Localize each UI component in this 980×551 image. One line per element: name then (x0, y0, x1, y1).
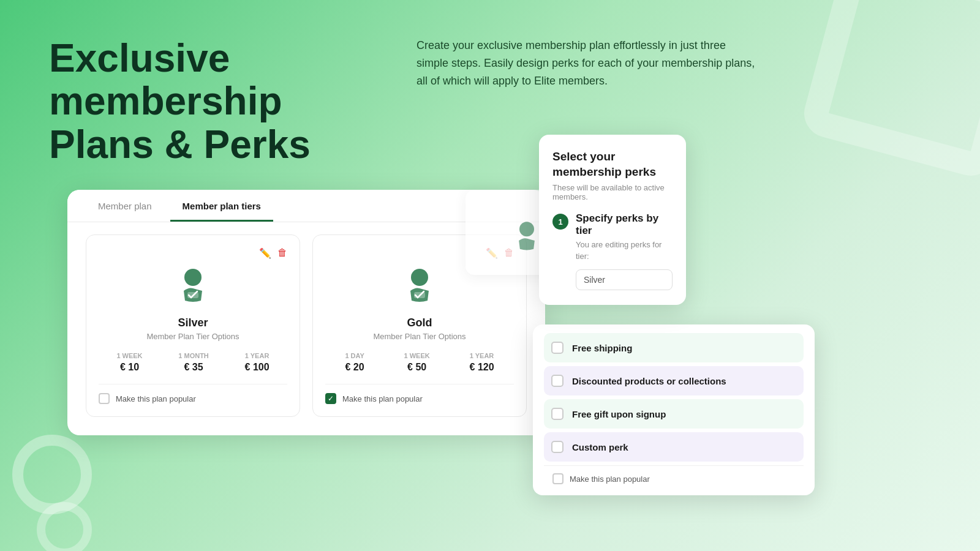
specify-title: Specify perks by tier (576, 212, 673, 237)
perks-select-title: Select your membership perks (552, 149, 673, 179)
perk-item-custom[interactable]: Custom perk (544, 432, 804, 462)
gold-pricing: 1 DAY € 20 1 WEEK € 50 1 YEAR € 120 (325, 352, 514, 373)
svg-point-0 (184, 269, 202, 286)
perks-popular-row: Make this plan popular (544, 465, 804, 487)
perk-item-discounted[interactable]: Discounted products or collections (544, 366, 804, 395)
gold-tier-name: Gold (325, 317, 514, 329)
perks-select-card: Select your membership perks These will … (539, 135, 686, 305)
silver-popular-row: Make this plan popular (99, 384, 287, 404)
perks-popular-label: Make this plan popular (570, 474, 650, 484)
tier-card-silver: ✏️ 🗑 Silver Member Plan Tier Options 1 W… (86, 234, 300, 417)
perk-label-free-shipping: Free shipping (572, 343, 632, 353)
perk-item-free-shipping[interactable]: Free shipping (544, 333, 804, 362)
perks-select-subtitle: These will be available to active member… (552, 183, 673, 201)
svg-point-4 (519, 222, 534, 236)
silver-tier-name: Silver (99, 317, 287, 329)
perk-checkbox-free-shipping[interactable] (551, 342, 564, 354)
edit-icon-silver[interactable]: ✏️ (259, 247, 271, 259)
perks-list-card: Free shipping Discounted products or col… (533, 324, 815, 495)
silver-popular-checkbox[interactable] (99, 393, 110, 404)
specify-content: Specify perks by tier You are editing pe… (576, 212, 673, 290)
tier-card-actions-silver: ✏️ 🗑 (99, 247, 287, 259)
step-badge: 1 (552, 214, 568, 230)
gold-popular-label: Make this plan popular (342, 394, 423, 403)
bg-shape-1 (799, 0, 980, 181)
silver-pricing: 1 WEEK € 10 1 MONTH € 35 1 YEAR € 100 (99, 352, 287, 373)
perk-label-custom: Custom perk (572, 442, 628, 452)
perk-label-discounted: Discounted products or collections (572, 376, 726, 386)
perks-popular-checkbox[interactable] (552, 473, 564, 484)
delete-icon-silver[interactable]: 🗑 (277, 247, 287, 259)
specify-tier-item: 1 Specify perks by tier You are editing … (552, 212, 673, 290)
svg-point-2 (411, 269, 428, 286)
left-content: Exclusive membership Plans & Perks (49, 37, 343, 184)
gold-tier-subtitle: Member Plan Tier Options (325, 332, 514, 341)
bg-shape-2 (12, 435, 92, 514)
tier-icon-area-silver (99, 265, 287, 308)
silver-popular-label: Make this plan popular (116, 394, 196, 403)
silver-tier-icon (172, 265, 214, 308)
perk-label-free-gift: Free gift upon signup (572, 409, 666, 419)
gold-popular-row: ✓ Make this plan popular (325, 384, 514, 404)
page-title: Exclusive membership Plans & Perks (49, 37, 343, 166)
bg-shape-3 (37, 502, 92, 551)
silver-tier-subtitle: Member Plan Tier Options (99, 332, 287, 341)
gold-tier-icon (398, 265, 441, 308)
perk-item-free-gift[interactable]: Free gift upon signup (544, 399, 804, 429)
perk-checkbox-discounted[interactable] (551, 375, 564, 387)
perk-checkbox-free-gift[interactable] (551, 408, 564, 420)
gold-popular-checkbox[interactable]: ✓ (325, 393, 336, 404)
specify-description: You are editing perks for tier: (576, 239, 673, 261)
tab-member-plan[interactable]: Member plan (86, 190, 164, 222)
perk-checkbox-custom[interactable] (551, 441, 564, 453)
page-description: Create your exclusive membership plan ef… (417, 37, 760, 89)
tier-input[interactable]: Silver (576, 269, 673, 290)
tab-member-plan-tiers[interactable]: Member plan tiers (170, 190, 273, 222)
